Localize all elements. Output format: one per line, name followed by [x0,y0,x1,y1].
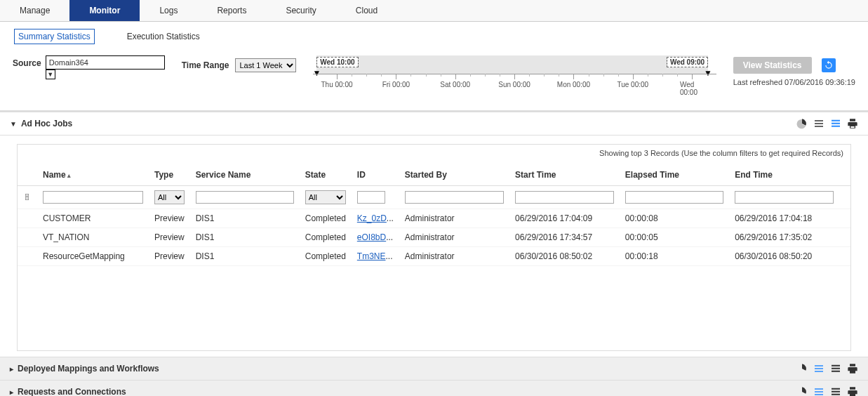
cell-elapsed: 00:00:18 [620,247,729,266]
cell-end: 06/29/2016 17:35:02 [729,228,839,247]
table-row[interactable]: VT_NATIONPreviewDIS1CompletedeOI8bD...Ad… [18,228,850,247]
col-type[interactable]: Type [149,164,190,186]
time-range-label: Time Range [182,60,229,70]
cell-startedby: Administrator [399,228,509,247]
filter-service[interactable] [196,191,294,204]
cell-state: Completed [300,209,352,228]
filter-startedby[interactable] [405,191,504,204]
section-deployed-header[interactable]: ▸ Deployed Mappings and Workflows [0,357,868,380]
refresh-button[interactable] [822,58,836,72]
time-range-select[interactable]: Last 1 Week [235,58,296,72]
nav-manage[interactable]: Manage [0,0,69,21]
pie-icon[interactable] [796,363,808,374]
nav-cloud[interactable]: Cloud [336,0,397,21]
expand-icon: ▸ [10,388,13,396]
timeline-tick-label: Sat 00:00 [440,81,470,88]
timeline-tick-label: Tue 00:00 [617,81,648,88]
cell-startedby: Administrator [399,247,509,266]
filter-starttime[interactable] [515,191,614,204]
cell-id-link[interactable]: Kz_0zD [357,213,387,223]
col-starttime[interactable]: Start Time [509,164,620,186]
top-nav: Manage Monitor Logs Reports Security Clo… [0,0,868,22]
list-icon[interactable] [813,363,824,374]
table-row[interactable]: CUSTOMERPreviewDIS1CompletedKz_0zD...Adm… [18,209,850,228]
col-name[interactable]: Name [37,164,149,186]
adhoc-grid: Showing top 3 Records (Use the column fi… [17,144,851,351]
filter-type[interactable]: All [154,190,185,204]
last-refreshed-text: Last refreshed 07/06/2016 09:36:19 [733,78,855,86]
timeline[interactable]: Wed 10:00 Wed 09:00 ▼ ▼ Thu 00:00Fri 00:… [313,55,716,98]
filter-elapsed[interactable] [625,191,723,204]
nav-reports[interactable]: Reports [197,0,266,21]
grid-icon[interactable] [830,363,841,374]
list-icon[interactable] [813,386,824,396]
table-row[interactable]: ResourceGetMappingPreviewDIS1CompletedTm… [18,247,850,266]
cell-type: Preview [149,228,190,247]
col-state[interactable]: State [300,164,352,186]
source-dropdown-icon[interactable]: ▼ [46,70,55,79]
cell-service: DIS1 [190,247,300,266]
col-startedby[interactable]: Started By [399,164,509,186]
source-field[interactable]: Domain364 ▼ [46,55,165,70]
filter-state[interactable]: All [305,190,346,204]
col-elapsed[interactable]: Elapsed Time [620,164,729,186]
grid-icon[interactable] [830,386,841,396]
section-requests-title: Requests and Connections [18,387,126,396]
time-range-group: Time Range Last 1 Week [182,58,296,72]
section-requests-header[interactable]: ▸ Requests and Connections [0,380,868,396]
grid-filter-row: 🎚 All All [18,186,850,209]
cell-state: Completed [300,247,352,266]
filter-endtime[interactable] [735,191,834,204]
section-adhoc-jobs-header[interactable]: ▼ Ad Hoc Jobs [0,112,868,135]
cell-type: Preview [149,247,190,266]
timeline-tick-label: Sun 00:00 [498,81,530,88]
print-icon[interactable] [847,386,858,396]
timeline-tick-label: Fri 00:00 [382,81,410,88]
section-adhoc-body: Showing top 3 Records (Use the column fi… [0,135,868,357]
filter-id[interactable] [357,191,385,204]
cell-start: 06/29/2016 17:34:57 [509,228,620,247]
pie-icon[interactable] [796,118,808,129]
cell-name: VT_NATION [37,228,149,247]
source-group: Source Domain364 ▼ [13,55,165,70]
sub-tabs: Summary Statistics Execution Statistics [0,22,868,48]
grid-icon[interactable] [830,118,841,129]
nav-security[interactable]: Security [266,0,335,21]
col-id[interactable]: ID [352,164,399,186]
print-icon[interactable] [847,363,858,374]
list-icon[interactable] [813,118,824,129]
nav-logs[interactable]: Logs [140,0,197,21]
refresh-icon [824,60,834,70]
view-statistics-button[interactable]: View Statistics [733,57,812,74]
filter-icon[interactable]: 🎚 [23,192,32,202]
actions-group: View Statistics Last refreshed 07/06/201… [733,57,855,86]
cell-state: Completed [300,228,352,247]
col-service[interactable]: Service Name [190,164,300,186]
section-adhoc-title: Ad Hoc Jobs [21,119,72,128]
cell-service: DIS1 [190,209,300,228]
pie-icon[interactable] [796,386,808,396]
timeline-tick-label: Wed 00:00 [680,81,705,96]
cell-id-link[interactable]: eOI8bD [357,232,386,242]
col-endtime[interactable]: End Time [729,164,839,186]
cell-elapsed: 00:00:08 [620,209,729,228]
nav-monitor[interactable]: Monitor [69,0,140,21]
timeline-tick-label: Thu 00:00 [321,81,352,88]
cell-name: CUSTOMER [37,209,149,228]
cell-id-link[interactable]: Tm3NE [357,251,386,261]
expand-icon: ▸ [10,365,13,373]
cell-name: ResourceGetMapping [37,247,149,266]
cell-type: Preview [149,209,190,228]
grid-header-row: Name Type Service Name State ID Started … [18,164,850,186]
print-icon[interactable] [847,118,858,129]
timeline-tick-label: Mon 00:00 [557,81,590,88]
tab-execution-statistics[interactable]: Execution Statistics [123,29,204,44]
timeline-start-label: Wed 10:00 [316,57,358,67]
timeline-selection [316,55,708,74]
cell-startedby: Administrator [399,209,509,228]
filter-name[interactable] [43,191,143,204]
cell-service: DIS1 [190,228,300,247]
tab-summary-statistics[interactable]: Summary Statistics [14,29,95,44]
section-deployed-title: Deployed Mappings and Workflows [18,364,159,374]
cell-elapsed: 00:00:05 [620,228,729,247]
